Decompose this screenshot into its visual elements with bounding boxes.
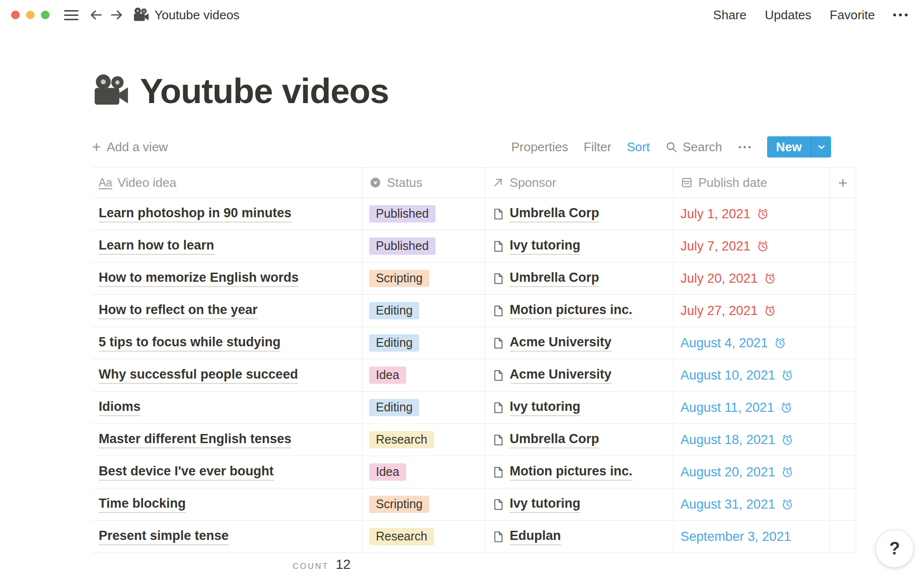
cell-video-idea[interactable]: Learn how to learn	[92, 230, 362, 262]
cell-publish-date[interactable]: July 7, 2021	[674, 230, 830, 262]
properties-button[interactable]: Properties	[511, 140, 568, 155]
minimize-window-button[interactable]	[26, 11, 35, 19]
cell-status[interactable]: Idea	[362, 359, 485, 391]
video-idea-link[interactable]: How to reflect on the year	[99, 302, 257, 319]
cell-publish-date[interactable]: July 1, 2021	[674, 198, 830, 230]
sidebar-menu-icon[interactable]	[64, 10, 78, 20]
share-button[interactable]: Share	[713, 8, 746, 23]
cell-video-idea[interactable]: Learn photoshop in 90 minutes	[92, 198, 362, 230]
cell-video-idea[interactable]: Best device I've ever bought	[92, 456, 362, 488]
cell-video-idea[interactable]: Present simple tense	[92, 521, 362, 552]
add-column-button[interactable]: +	[830, 168, 856, 197]
cell-status[interactable]: Editing	[362, 327, 485, 359]
cell-status[interactable]: Idea	[362, 456, 485, 488]
sponsor-link[interactable]: Ivy tutoring	[510, 399, 580, 416]
zoom-window-button[interactable]	[41, 11, 50, 19]
status-badge[interactable]: Scripting	[369, 270, 429, 287]
sponsor-link[interactable]: Umbrella Corp	[510, 270, 599, 287]
cell-status[interactable]: Research	[362, 424, 485, 456]
view-more-options-icon[interactable]	[739, 146, 751, 148]
cell-video-idea[interactable]: Why successful people succeed	[92, 359, 362, 391]
status-badge[interactable]: Scripting	[369, 496, 429, 513]
column-header-video-idea[interactable]: Aa Video idea	[92, 168, 362, 197]
sponsor-link[interactable]: Acme University	[510, 367, 612, 384]
cell-sponsor[interactable]: Umbrella Corp	[485, 198, 674, 230]
cell-publish-date[interactable]: August 31, 2021	[674, 488, 830, 520]
status-badge[interactable]: Editing	[369, 334, 419, 352]
cell-status[interactable]: Published	[362, 198, 485, 230]
video-idea-link[interactable]: How to memorize English words	[99, 270, 299, 287]
add-view-button[interactable]: + Add a view	[92, 139, 168, 155]
cell-publish-date[interactable]: July 20, 2021	[674, 263, 830, 294]
cell-sponsor[interactable]: Motion pictures inc.	[485, 295, 674, 327]
column-header-publish-date[interactable]: Publish date	[674, 168, 830, 197]
cell-publish-date[interactable]: August 18, 2021	[674, 424, 830, 456]
sponsor-link[interactable]: Ivy tutoring	[510, 496, 580, 513]
search-button[interactable]: Search	[665, 140, 722, 155]
status-badge[interactable]: Idea	[369, 367, 406, 384]
cell-publish-date[interactable]: August 10, 2021	[674, 359, 830, 391]
status-badge[interactable]: Idea	[369, 463, 406, 481]
column-header-status[interactable]: Status	[362, 168, 485, 197]
cell-video-idea[interactable]: Time blocking	[92, 488, 362, 520]
video-idea-link[interactable]: Learn how to learn	[99, 238, 214, 255]
status-badge[interactable]: Published	[369, 205, 436, 223]
cell-status[interactable]: Scripting	[362, 488, 485, 520]
cell-publish-date[interactable]: July 27, 2021	[674, 295, 830, 327]
close-window-button[interactable]	[11, 11, 20, 19]
video-idea-link[interactable]: Present simple tense	[99, 528, 229, 545]
cell-video-idea[interactable]: How to reflect on the year	[92, 295, 362, 327]
cell-video-idea[interactable]: 5 tips to focus while studying	[92, 327, 362, 359]
cell-sponsor[interactable]: Acme University	[485, 327, 674, 359]
cell-publish-date[interactable]: August 4, 2021	[674, 327, 830, 359]
status-badge[interactable]: Research	[369, 528, 434, 545]
cell-sponsor[interactable]: Eduplan	[485, 521, 674, 552]
cell-video-idea[interactable]: Idioms	[92, 392, 362, 423]
cell-sponsor[interactable]: Umbrella Corp	[485, 263, 674, 294]
cell-publish-date[interactable]: August 20, 2021	[674, 456, 830, 488]
status-badge[interactable]: Published	[369, 237, 436, 255]
favorite-button[interactable]: Favorite	[830, 8, 875, 23]
sponsor-link[interactable]: Ivy tutoring	[510, 238, 580, 255]
back-arrow-icon[interactable]	[89, 8, 103, 22]
cell-sponsor[interactable]: Acme University	[485, 359, 674, 391]
cell-video-idea[interactable]: How to memorize English words	[92, 263, 362, 294]
cell-video-idea[interactable]: Master different English tenses	[92, 424, 362, 456]
sort-button[interactable]: Sort	[627, 140, 650, 155]
cell-sponsor[interactable]: Motion pictures inc.	[485, 456, 674, 488]
breadcrumb-doc-title[interactable]: Youtube videos	[154, 8, 240, 23]
video-idea-link[interactable]: Time blocking	[99, 496, 186, 513]
more-options-icon[interactable]	[893, 13, 908, 16]
cell-publish-date[interactable]: August 11, 2021	[674, 392, 830, 423]
cell-status[interactable]: Editing	[362, 392, 485, 423]
sponsor-link[interactable]: Eduplan	[510, 528, 561, 545]
sponsor-link[interactable]: Motion pictures inc.	[510, 464, 632, 481]
sponsor-link[interactable]: Acme University	[510, 335, 612, 352]
help-button[interactable]: ?	[876, 530, 913, 567]
status-badge[interactable]: Research	[369, 431, 434, 448]
video-idea-link[interactable]: Best device I've ever bought	[99, 464, 274, 481]
updates-button[interactable]: Updates	[765, 8, 811, 23]
video-idea-link[interactable]: Why successful people succeed	[99, 367, 298, 384]
new-button-label[interactable]: New	[767, 136, 811, 158]
cell-sponsor[interactable]: Ivy tutoring	[485, 488, 674, 520]
column-header-sponsor[interactable]: Sponsor	[485, 168, 674, 197]
video-idea-link[interactable]: 5 tips to focus while studying	[99, 335, 281, 352]
filter-button[interactable]: Filter	[584, 140, 612, 155]
video-idea-link[interactable]: Learn photoshop in 90 minutes	[99, 206, 292, 223]
video-idea-link[interactable]: Master different English tenses	[99, 432, 292, 448]
cell-status[interactable]: Scripting	[362, 263, 485, 294]
cell-sponsor[interactable]: Ivy tutoring	[485, 392, 674, 423]
sponsor-link[interactable]: Motion pictures inc.	[510, 302, 632, 319]
new-record-button[interactable]: New	[767, 136, 831, 158]
new-dropdown-button[interactable]	[811, 136, 831, 158]
cell-publish-date[interactable]: September 3, 2021	[674, 521, 830, 552]
cell-status[interactable]: Published	[362, 230, 485, 262]
status-badge[interactable]: Editing	[369, 302, 419, 319]
sponsor-link[interactable]: Umbrella Corp	[510, 206, 599, 223]
status-badge[interactable]: Editing	[369, 399, 419, 416]
sponsor-link[interactable]: Umbrella Corp	[510, 432, 599, 448]
video-idea-link[interactable]: Idioms	[99, 399, 141, 416]
cell-status[interactable]: Research	[362, 521, 485, 552]
forward-arrow-icon[interactable]	[109, 8, 124, 22]
